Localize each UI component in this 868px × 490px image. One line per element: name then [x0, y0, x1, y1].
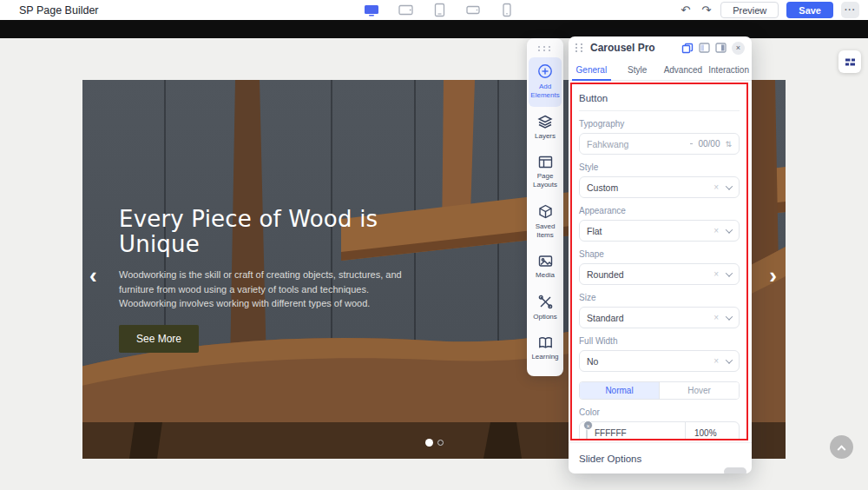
chevron-down-icon — [726, 226, 733, 233]
toolbar-item-media[interactable]: Media — [529, 248, 562, 287]
clear-icon[interactable]: × — [713, 269, 719, 279]
divider-dot — [690, 143, 693, 145]
style-label: Style — [579, 162, 740, 172]
panel-resize-handle[interactable] — [724, 467, 746, 473]
plus-circle-icon — [537, 63, 553, 79]
chevron-down-icon — [726, 269, 733, 276]
color-picker-row: × FFFFFF 100% — [579, 421, 740, 440]
tab-general[interactable]: General — [569, 59, 615, 80]
duplicate-icon[interactable] — [681, 43, 694, 54]
stepper-icon[interactable]: ⇅ — [725, 140, 732, 149]
color-hex-value[interactable]: FFFFFF — [595, 428, 685, 438]
layers-icon — [537, 115, 553, 129]
admin-bar — [0, 20, 868, 38]
highlighted-settings-region: Button Typography Fahkwang 00/00 ⇅ Style… — [570, 83, 748, 440]
panel-drag-handle[interactable] — [575, 43, 584, 52]
typography-font-input[interactable]: Fahkwang 00/00 ⇅ — [579, 133, 740, 155]
font-family-value[interactable]: Fahkwang — [587, 139, 685, 149]
slide-heading: Every Piece of Wood is Unique — [119, 207, 418, 257]
see-more-button[interactable]: See More — [119, 325, 199, 353]
device-tablet-portrait-icon[interactable] — [431, 3, 448, 17]
carousel-next-icon[interactable]: › — [769, 264, 777, 287]
top-bar: SP Page Builder ↶ ↷ Preview Save ··· — [0, 0, 868, 20]
full-width-label: Full Width — [579, 336, 740, 346]
toolbar-item-saved-items[interactable]: Saved Items — [529, 198, 562, 247]
state-switcher: Normal Hover — [579, 381, 740, 400]
dock-right-icon[interactable] — [715, 43, 727, 53]
more-options-button[interactable]: ··· — [841, 2, 859, 18]
carousel-prev-icon[interactable]: ‹ — [89, 264, 97, 287]
toolbar-item-add-elements[interactable]: Add Elements — [529, 57, 562, 107]
carousel-pro-settings-panel: Carousel Pro × General Style Advanced In… — [569, 36, 752, 473]
redo-icon[interactable]: ↷ — [700, 4, 713, 16]
tab-advanced[interactable]: Advanced — [661, 59, 707, 80]
clear-icon[interactable]: × — [713, 182, 719, 192]
image-icon — [538, 255, 553, 268]
font-size-value[interactable]: 00/00 — [698, 139, 720, 149]
state-tab-normal[interactable]: Normal — [580, 382, 659, 399]
tab-interaction[interactable]: Interaction — [706, 59, 752, 80]
size-select[interactable]: Standard × — [579, 307, 740, 328]
clear-color-icon[interactable]: × — [583, 420, 593, 430]
responsive-device-switcher — [363, 0, 516, 20]
clear-icon[interactable]: × — [713, 226, 719, 235]
section-button[interactable]: Button — [579, 86, 740, 111]
tab-style[interactable]: Style — [615, 59, 661, 80]
style-select[interactable]: Custom × — [579, 176, 740, 198]
chevron-down-icon — [726, 356, 733, 363]
typography-label: Typography — [579, 119, 740, 129]
app-title: SP Page Builder — [19, 4, 99, 17]
toolbar-item-learning[interactable]: Learning — [529, 330, 562, 368]
preview-button[interactable]: Preview — [720, 2, 779, 18]
slide-content: Every Piece of Wood is Unique Woodworkin… — [119, 207, 418, 353]
pagination-dot-active[interactable] — [425, 439, 433, 447]
shape-select[interactable]: Rounded × — [579, 263, 740, 285]
full-width-select[interactable]: No × — [579, 350, 740, 372]
close-icon: × — [736, 43, 740, 52]
layout-icon — [538, 156, 553, 169]
toolbar-item-page-layouts[interactable]: Page Layouts — [529, 149, 562, 196]
panel-title: Carousel Pro — [590, 42, 675, 54]
device-desktop-icon[interactable] — [363, 3, 380, 17]
color-label: Color — [579, 407, 740, 417]
clear-icon[interactable]: × — [713, 313, 719, 322]
appearance-label: Appearance — [579, 206, 740, 215]
close-panel-button[interactable]: × — [732, 42, 745, 55]
book-icon — [538, 336, 553, 349]
undo-icon[interactable]: ↶ — [679, 4, 692, 16]
sections-toggle-button[interactable] — [838, 50, 861, 73]
device-mobile-portrait-icon[interactable] — [498, 3, 516, 17]
state-tab-hover[interactable]: Hover — [659, 382, 739, 399]
size-label: Size — [579, 293, 740, 302]
device-tablet-landscape-icon[interactable] — [397, 3, 414, 17]
color-opacity-value[interactable]: 100% — [685, 422, 739, 440]
appearance-select[interactable]: Flat × — [579, 220, 740, 242]
panel-tabs: General Style Advanced Interaction — [569, 59, 752, 81]
slide-description: Woodworking is the skill or craft of cre… — [119, 268, 410, 311]
chevron-up-icon — [838, 445, 846, 454]
chevron-down-icon — [726, 182, 733, 189]
pagination-dot[interactable] — [437, 440, 444, 446]
toolbar-item-options[interactable]: Options — [529, 288, 562, 328]
panel-header: Carousel Pro × — [569, 36, 752, 59]
builder-toolbar: Add Elements Layers Page Layouts Saved I… — [527, 38, 563, 376]
shape-label: Shape — [579, 249, 740, 259]
device-mobile-landscape-icon[interactable] — [464, 3, 482, 17]
chevron-down-icon — [726, 313, 733, 320]
toolbar-item-layers[interactable]: Layers — [529, 109, 562, 148]
grid-icon — [845, 57, 856, 67]
dock-left-icon[interactable] — [699, 43, 710, 53]
back-to-top-button[interactable] — [830, 435, 853, 459]
save-button[interactable]: Save — [786, 2, 833, 18]
cube-icon — [538, 204, 553, 219]
tools-icon — [538, 295, 553, 309]
toolbar-drag-handle[interactable] — [538, 43, 552, 56]
clear-icon[interactable]: × — [713, 356, 719, 366]
